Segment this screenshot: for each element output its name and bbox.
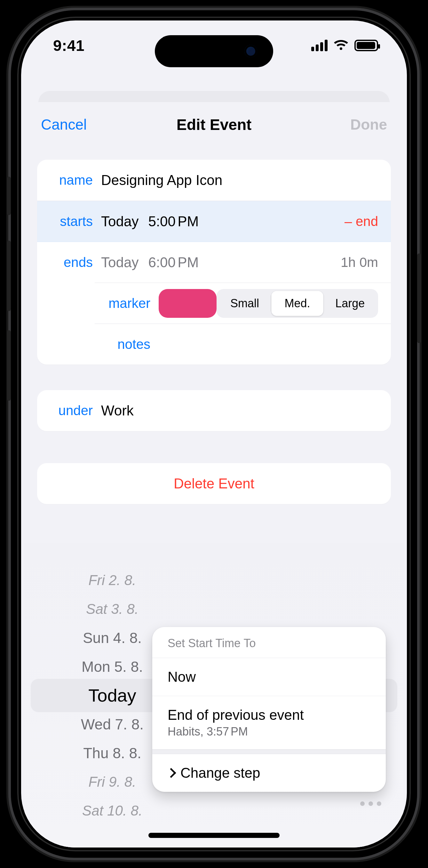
volume-down-button <box>7 330 11 401</box>
marker-row[interactable]: marker Small Med. Large <box>95 283 391 323</box>
name-value: Designing App Icon <box>101 172 222 188</box>
marker-label: marker <box>95 296 159 311</box>
chevron-right-icon <box>166 768 176 778</box>
side-button <box>417 253 421 343</box>
popover-header: Set Start Time To <box>152 627 386 658</box>
home-indicator[interactable] <box>149 833 279 838</box>
delete-event-button[interactable]: Delete Event <box>37 463 391 504</box>
name-label: name <box>37 173 101 188</box>
notes-row[interactable]: notes <box>95 323 391 365</box>
marker-size-large[interactable]: Large <box>324 291 376 316</box>
status-time: 9:41 <box>53 37 85 54</box>
start-time-popover: Set Start Time To Now End of previous ev… <box>152 627 386 792</box>
marker-size-segmented[interactable]: Small Med. Large <box>217 289 378 318</box>
dynamic-island <box>155 35 273 67</box>
screen: 9:41 Cancel <box>21 21 407 847</box>
popover-end-of-previous[interactable]: End of previous event Habits, 3:57 PM <box>152 696 386 750</box>
cellular-icon <box>311 40 328 51</box>
under-card: under Work <box>37 390 391 431</box>
marker-color-swatch[interactable] <box>159 289 217 318</box>
marker-size-small[interactable]: Small <box>219 291 271 316</box>
under-row[interactable]: under Work <box>37 390 391 431</box>
ends-row[interactable]: ends Today 6:00 PM 1h 0m <box>37 242 391 283</box>
front-camera-icon <box>244 45 257 58</box>
phone-frame: 9:41 Cancel <box>11 10 417 858</box>
more-icon[interactable] <box>360 801 381 806</box>
volume-up-button <box>7 241 11 311</box>
date-picker-area: Fri 2. 8. Sat 3. 8. Sun 4. 8. Mon 5. 8. … <box>24 544 404 847</box>
duration-label: 1h 0m <box>341 255 378 270</box>
event-fields-card: name Designing App Icon starts Today 5:0… <box>37 160 391 365</box>
starts-value: Today 5:00 PM <box>101 214 199 229</box>
edit-event-sheet: Cancel Edit Event Done name Designing Ap… <box>24 102 404 847</box>
popover-change-step[interactable]: Change step <box>152 754 386 792</box>
cancel-button[interactable]: Cancel <box>41 116 87 133</box>
sheet-title: Edit Event <box>176 116 252 133</box>
under-label: under <box>37 403 101 418</box>
done-button[interactable]: Done <box>350 116 387 133</box>
under-value: Work <box>101 403 134 418</box>
starts-row[interactable]: starts Today 5:00 PM – end <box>37 201 391 242</box>
delete-card: Delete Event <box>37 463 391 504</box>
notes-label: notes <box>95 337 159 352</box>
ends-label: ends <box>37 255 101 270</box>
popover-now[interactable]: Now <box>152 658 386 696</box>
sheet-nav: Cancel Edit Event Done <box>24 102 404 147</box>
name-row[interactable]: name Designing App Icon <box>37 160 391 201</box>
ends-value: Today 6:00 PM <box>101 254 199 271</box>
starts-label: starts <box>37 214 101 229</box>
mute-switch <box>7 177 11 215</box>
battery-icon <box>355 40 378 51</box>
marker-size-medium[interactable]: Med. <box>271 291 324 316</box>
starts-end-link[interactable]: – end <box>344 214 378 229</box>
wifi-icon <box>333 40 349 51</box>
